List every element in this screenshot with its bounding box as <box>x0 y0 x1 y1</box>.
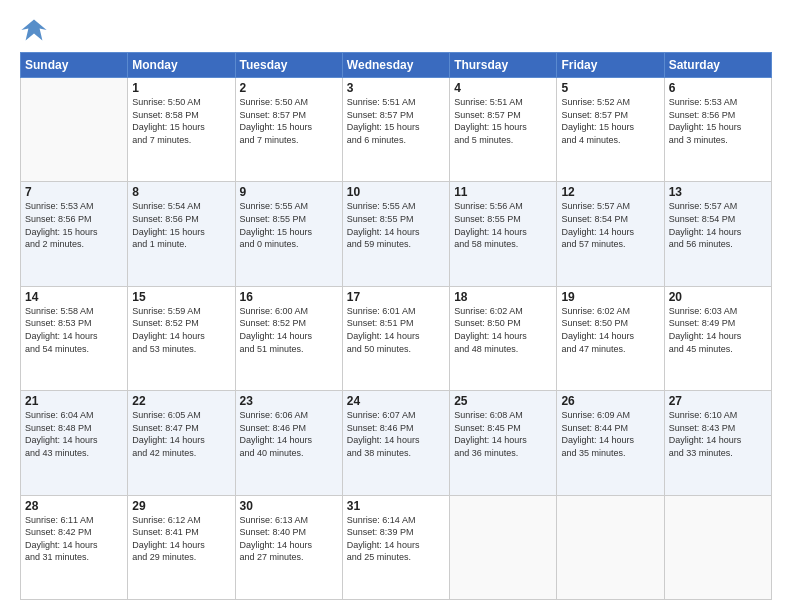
day-info: Sunrise: 6:08 AM Sunset: 8:45 PM Dayligh… <box>454 409 552 459</box>
day-info: Sunrise: 6:02 AM Sunset: 8:50 PM Dayligh… <box>561 305 659 355</box>
day-number: 7 <box>25 185 123 199</box>
day-info: Sunrise: 5:56 AM Sunset: 8:55 PM Dayligh… <box>454 200 552 250</box>
calendar-header-thursday: Thursday <box>450 53 557 78</box>
day-number: 20 <box>669 290 767 304</box>
day-info: Sunrise: 6:00 AM Sunset: 8:52 PM Dayligh… <box>240 305 338 355</box>
logo <box>20 16 52 44</box>
day-info: Sunrise: 5:58 AM Sunset: 8:53 PM Dayligh… <box>25 305 123 355</box>
day-info: Sunrise: 6:07 AM Sunset: 8:46 PM Dayligh… <box>347 409 445 459</box>
day-number: 28 <box>25 499 123 513</box>
calendar-cell: 8Sunrise: 5:54 AM Sunset: 8:56 PM Daylig… <box>128 182 235 286</box>
day-number: 13 <box>669 185 767 199</box>
day-number: 5 <box>561 81 659 95</box>
calendar-cell: 24Sunrise: 6:07 AM Sunset: 8:46 PM Dayli… <box>342 391 449 495</box>
day-number: 16 <box>240 290 338 304</box>
calendar-cell: 7Sunrise: 5:53 AM Sunset: 8:56 PM Daylig… <box>21 182 128 286</box>
day-number: 26 <box>561 394 659 408</box>
calendar-cell: 31Sunrise: 6:14 AM Sunset: 8:39 PM Dayli… <box>342 495 449 599</box>
calendar-header-saturday: Saturday <box>664 53 771 78</box>
day-info: Sunrise: 6:13 AM Sunset: 8:40 PM Dayligh… <box>240 514 338 564</box>
calendar-cell: 28Sunrise: 6:11 AM Sunset: 8:42 PM Dayli… <box>21 495 128 599</box>
day-number: 4 <box>454 81 552 95</box>
day-number: 22 <box>132 394 230 408</box>
day-info: Sunrise: 5:55 AM Sunset: 8:55 PM Dayligh… <box>347 200 445 250</box>
svg-marker-0 <box>21 20 46 41</box>
logo-icon <box>20 16 48 44</box>
calendar-cell: 12Sunrise: 5:57 AM Sunset: 8:54 PM Dayli… <box>557 182 664 286</box>
calendar-cell: 14Sunrise: 5:58 AM Sunset: 8:53 PM Dayli… <box>21 286 128 390</box>
calendar-cell <box>21 78 128 182</box>
day-info: Sunrise: 5:50 AM Sunset: 8:58 PM Dayligh… <box>132 96 230 146</box>
day-number: 6 <box>669 81 767 95</box>
day-info: Sunrise: 6:04 AM Sunset: 8:48 PM Dayligh… <box>25 409 123 459</box>
header <box>20 16 772 44</box>
calendar-cell: 19Sunrise: 6:02 AM Sunset: 8:50 PM Dayli… <box>557 286 664 390</box>
calendar-table: SundayMondayTuesdayWednesdayThursdayFrid… <box>20 52 772 600</box>
day-number: 19 <box>561 290 659 304</box>
day-info: Sunrise: 6:03 AM Sunset: 8:49 PM Dayligh… <box>669 305 767 355</box>
calendar-cell: 13Sunrise: 5:57 AM Sunset: 8:54 PM Dayli… <box>664 182 771 286</box>
day-info: Sunrise: 6:01 AM Sunset: 8:51 PM Dayligh… <box>347 305 445 355</box>
day-info: Sunrise: 6:02 AM Sunset: 8:50 PM Dayligh… <box>454 305 552 355</box>
calendar-cell <box>557 495 664 599</box>
calendar-cell: 26Sunrise: 6:09 AM Sunset: 8:44 PM Dayli… <box>557 391 664 495</box>
calendar-cell <box>664 495 771 599</box>
day-number: 25 <box>454 394 552 408</box>
day-info: Sunrise: 6:05 AM Sunset: 8:47 PM Dayligh… <box>132 409 230 459</box>
calendar-cell: 11Sunrise: 5:56 AM Sunset: 8:55 PM Dayli… <box>450 182 557 286</box>
day-number: 15 <box>132 290 230 304</box>
day-info: Sunrise: 6:06 AM Sunset: 8:46 PM Dayligh… <box>240 409 338 459</box>
calendar-cell: 30Sunrise: 6:13 AM Sunset: 8:40 PM Dayli… <box>235 495 342 599</box>
day-number: 2 <box>240 81 338 95</box>
day-number: 18 <box>454 290 552 304</box>
day-info: Sunrise: 6:14 AM Sunset: 8:39 PM Dayligh… <box>347 514 445 564</box>
day-number: 21 <box>25 394 123 408</box>
calendar-cell: 29Sunrise: 6:12 AM Sunset: 8:41 PM Dayli… <box>128 495 235 599</box>
calendar-cell: 3Sunrise: 5:51 AM Sunset: 8:57 PM Daylig… <box>342 78 449 182</box>
day-number: 29 <box>132 499 230 513</box>
calendar-header-row: SundayMondayTuesdayWednesdayThursdayFrid… <box>21 53 772 78</box>
calendar-week-row: 21Sunrise: 6:04 AM Sunset: 8:48 PM Dayli… <box>21 391 772 495</box>
calendar-cell: 23Sunrise: 6:06 AM Sunset: 8:46 PM Dayli… <box>235 391 342 495</box>
day-info: Sunrise: 5:57 AM Sunset: 8:54 PM Dayligh… <box>669 200 767 250</box>
day-info: Sunrise: 6:10 AM Sunset: 8:43 PM Dayligh… <box>669 409 767 459</box>
calendar-week-row: 7Sunrise: 5:53 AM Sunset: 8:56 PM Daylig… <box>21 182 772 286</box>
calendar-cell: 6Sunrise: 5:53 AM Sunset: 8:56 PM Daylig… <box>664 78 771 182</box>
calendar-cell: 16Sunrise: 6:00 AM Sunset: 8:52 PM Dayli… <box>235 286 342 390</box>
calendar-header-friday: Friday <box>557 53 664 78</box>
day-info: Sunrise: 6:12 AM Sunset: 8:41 PM Dayligh… <box>132 514 230 564</box>
day-number: 3 <box>347 81 445 95</box>
calendar-cell: 5Sunrise: 5:52 AM Sunset: 8:57 PM Daylig… <box>557 78 664 182</box>
calendar-cell: 17Sunrise: 6:01 AM Sunset: 8:51 PM Dayli… <box>342 286 449 390</box>
calendar-cell: 20Sunrise: 6:03 AM Sunset: 8:49 PM Dayli… <box>664 286 771 390</box>
day-info: Sunrise: 6:09 AM Sunset: 8:44 PM Dayligh… <box>561 409 659 459</box>
calendar-week-row: 14Sunrise: 5:58 AM Sunset: 8:53 PM Dayli… <box>21 286 772 390</box>
day-number: 27 <box>669 394 767 408</box>
calendar-cell: 22Sunrise: 6:05 AM Sunset: 8:47 PM Dayli… <box>128 391 235 495</box>
calendar-cell: 25Sunrise: 6:08 AM Sunset: 8:45 PM Dayli… <box>450 391 557 495</box>
day-info: Sunrise: 5:51 AM Sunset: 8:57 PM Dayligh… <box>347 96 445 146</box>
day-info: Sunrise: 6:11 AM Sunset: 8:42 PM Dayligh… <box>25 514 123 564</box>
day-number: 8 <box>132 185 230 199</box>
calendar-cell: 1Sunrise: 5:50 AM Sunset: 8:58 PM Daylig… <box>128 78 235 182</box>
calendar-header-tuesday: Tuesday <box>235 53 342 78</box>
day-number: 1 <box>132 81 230 95</box>
calendar-cell: 10Sunrise: 5:55 AM Sunset: 8:55 PM Dayli… <box>342 182 449 286</box>
calendar-header-monday: Monday <box>128 53 235 78</box>
calendar-header-wednesday: Wednesday <box>342 53 449 78</box>
day-number: 9 <box>240 185 338 199</box>
day-info: Sunrise: 5:52 AM Sunset: 8:57 PM Dayligh… <box>561 96 659 146</box>
day-number: 10 <box>347 185 445 199</box>
calendar-week-row: 1Sunrise: 5:50 AM Sunset: 8:58 PM Daylig… <box>21 78 772 182</box>
day-number: 31 <box>347 499 445 513</box>
day-info: Sunrise: 5:50 AM Sunset: 8:57 PM Dayligh… <box>240 96 338 146</box>
day-number: 23 <box>240 394 338 408</box>
day-info: Sunrise: 5:55 AM Sunset: 8:55 PM Dayligh… <box>240 200 338 250</box>
calendar-cell: 9Sunrise: 5:55 AM Sunset: 8:55 PM Daylig… <box>235 182 342 286</box>
day-info: Sunrise: 5:57 AM Sunset: 8:54 PM Dayligh… <box>561 200 659 250</box>
day-number: 24 <box>347 394 445 408</box>
day-number: 14 <box>25 290 123 304</box>
day-info: Sunrise: 5:59 AM Sunset: 8:52 PM Dayligh… <box>132 305 230 355</box>
day-number: 30 <box>240 499 338 513</box>
calendar-cell: 15Sunrise: 5:59 AM Sunset: 8:52 PM Dayli… <box>128 286 235 390</box>
